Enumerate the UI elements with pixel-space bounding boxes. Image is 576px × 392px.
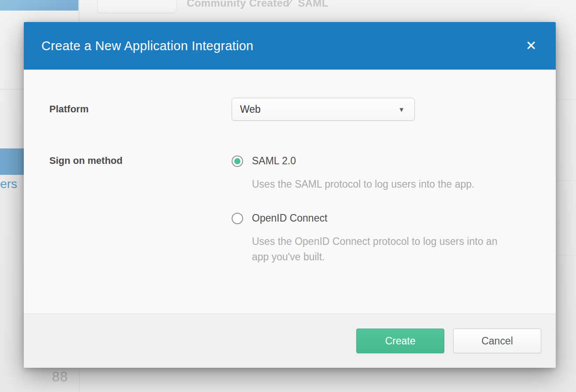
- radio-option-saml: SAML 2.0 Uses the SAML protocol to log u…: [232, 155, 516, 192]
- platform-select[interactable]: Web ▼: [232, 98, 415, 121]
- close-icon[interactable]: ✕: [521, 36, 541, 55]
- background-community-created-label: Community Created: [187, 0, 289, 9]
- background-saml-label: SAML: [298, 0, 328, 9]
- background-partial-link: lers: [0, 177, 17, 191]
- background-active-nav-highlight: [0, 148, 24, 175]
- platform-row: Platform Web ▼: [49, 98, 530, 121]
- platform-selected-value: Web: [240, 104, 261, 115]
- background-column-divider: [79, 0, 79, 21]
- sign-on-method-row: Sign on method SAML 2.0 Uses the SAML pr…: [49, 155, 530, 265]
- oidc-radio-button[interactable]: [232, 213, 243, 224]
- oidc-radio-label: OpenID Connect: [252, 212, 327, 224]
- background-row-divider: [80, 381, 576, 382]
- dialog-body: Platform Web ▼ Sign on method SAML 2.0 U…: [24, 70, 556, 265]
- background-selected-row-highlight: [0, 0, 78, 11]
- cancel-button[interactable]: Cancel: [453, 329, 541, 353]
- saml-radio-label: SAML 2.0: [252, 155, 296, 167]
- background-row-count: 88: [52, 369, 68, 385]
- checkmark-icon: ✓: [285, 0, 294, 9]
- platform-label: Platform: [49, 98, 232, 121]
- saml-radio-description: Uses the SAML protocol to log users into…: [252, 177, 516, 192]
- dialog-title: Create a New Application Integration: [41, 39, 254, 53]
- background-row-divider: [0, 89, 24, 89]
- background-row-divider: [556, 255, 576, 256]
- background-row-divider: [556, 99, 576, 100]
- background-row-divider: [556, 181, 576, 181]
- saml-radio-button[interactable]: [232, 155, 243, 167]
- sign-on-method-label: Sign on method: [49, 155, 232, 166]
- dialog-header: Create a New Application Integration ✕: [24, 22, 556, 70]
- create-button[interactable]: Create: [356, 329, 444, 353]
- saml-radio-row[interactable]: SAML 2.0: [232, 155, 516, 167]
- background-saml-badge: ✓SAML: [285, 0, 329, 9]
- radio-option-oidc: OpenID Connect Uses the OpenID Connect p…: [232, 212, 516, 265]
- dialog-footer: Create Cancel: [24, 314, 556, 368]
- oidc-radio-row[interactable]: OpenID Connect: [232, 212, 516, 224]
- oidc-radio-description: Uses the OpenID Connect protocol to log …: [252, 234, 516, 265]
- sign-on-options: SAML 2.0 Uses the SAML protocol to log u…: [232, 155, 516, 265]
- background-button-outline: [97, 0, 177, 13]
- chevron-down-icon: ▼: [398, 106, 405, 113]
- create-app-integration-dialog: Create a New Application Integration ✕ P…: [24, 22, 556, 368]
